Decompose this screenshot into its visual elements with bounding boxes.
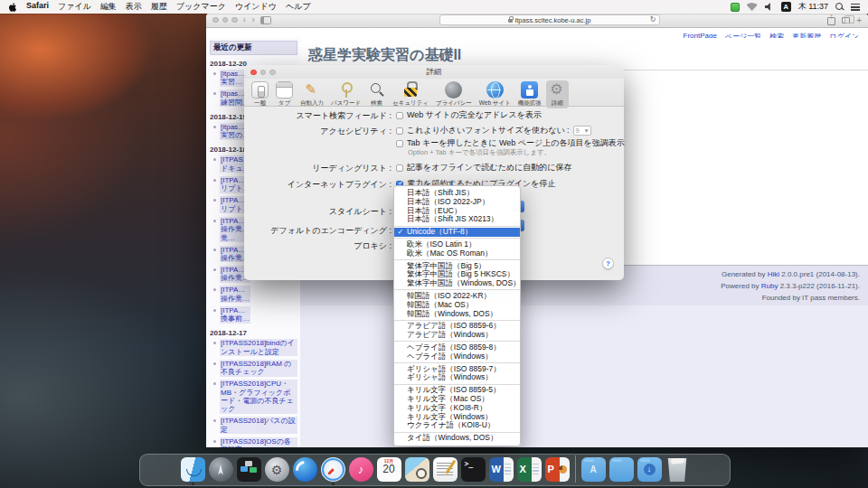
- encoding-menu-item[interactable]: アラビア語（Windows）: [394, 331, 520, 340]
- prefs-tab-passwords[interactable]: パスワード: [328, 80, 363, 108]
- encoding-menu-item[interactable]: ウクライナ語（KOI8-U）: [394, 421, 520, 430]
- documents-folder-icon[interactable]: [609, 457, 634, 482]
- sidebar-link-text[interactable]: [ITPASS2018]パスの設定: [220, 417, 297, 434]
- prefs-tab-websites[interactable]: Web サイト: [476, 80, 514, 108]
- menu-item[interactable]: ファイル: [58, 1, 91, 13]
- notification-center-icon[interactable]: [851, 4, 860, 11]
- menu-item[interactable]: 表示: [126, 1, 142, 13]
- encoding-menu-item[interactable]: 欧米（Mac OS Roman）: [394, 249, 520, 258]
- encoding-menu-item[interactable]: ヘブライ語（Windows）: [394, 352, 520, 361]
- apple-menu[interactable]: [8, 2, 17, 13]
- checkbox[interactable]: [396, 127, 403, 135]
- menu-item[interactable]: ブックマーク: [176, 1, 226, 13]
- sidebar-link[interactable]: [ITPA… 操作業…: [220, 286, 297, 304]
- new-tab-button[interactable]: +: [856, 15, 862, 25]
- sidebar-link-text[interactable]: [ITPASS2018]CPU・MB・グラフィックボード・電源の不良チェック: [220, 380, 297, 414]
- share-icon[interactable]: [827, 17, 835, 25]
- prefs-tab-advanced[interactable]: 詳細: [546, 80, 569, 108]
- sidebar-link-text[interactable]: [ITPASS2018]bindのインストールと設定: [220, 339, 297, 356]
- menu-item[interactable]: ヘルプ: [286, 1, 311, 13]
- ruby-link[interactable]: Ruby: [761, 282, 778, 290]
- mission-control-icon[interactable]: [237, 457, 261, 482]
- status-app-icon[interactable]: [731, 3, 740, 12]
- zoom-button[interactable]: [269, 70, 276, 76]
- close-button[interactable]: [250, 70, 257, 76]
- encoding-menu-item[interactable]: タイ語（Windows, DOS）: [394, 434, 520, 443]
- checkbox[interactable]: [396, 112, 403, 119]
- prefs-titlebar[interactable]: 詳細: [244, 65, 624, 79]
- forward-button[interactable]: ›: [251, 14, 255, 23]
- menu-bar-clock[interactable]: 木 11:37: [798, 1, 828, 13]
- finder-icon[interactable]: [181, 457, 205, 482]
- sidebar-link[interactable]: [ITPASS2018]RAM の不良チェック: [220, 360, 297, 378]
- help-button[interactable]: ?: [602, 258, 614, 269]
- sidebar-toggle-icon[interactable]: [260, 16, 271, 24]
- prefs-tab-autofill[interactable]: 自動入力: [297, 80, 326, 108]
- zoom-button[interactable]: [231, 17, 238, 23]
- reload-icon[interactable]: ↻: [650, 15, 656, 23]
- prefs-tab-privacy[interactable]: プライバシー: [433, 80, 475, 108]
- font-size-select[interactable]: 9 ▾: [573, 126, 591, 136]
- safari-icon[interactable]: [321, 457, 345, 482]
- sidebar-link-text[interactable]: [ITPASS2018]OSの各種設定: [220, 437, 297, 447]
- dock-item: [431, 454, 459, 485]
- checkbox[interactable]: [396, 164, 403, 172]
- textedit-icon[interactable]: [433, 457, 458, 482]
- prefs-tab-security[interactable]: セキュリティ: [390, 80, 431, 108]
- dock-item: A: [580, 454, 608, 485]
- applications-folder-icon[interactable]: A: [581, 457, 606, 482]
- itunes-icon[interactable]: ♪: [349, 457, 373, 482]
- launchpad-icon[interactable]: [209, 457, 233, 482]
- spotlight-icon[interactable]: [835, 3, 844, 11]
- minimize-button[interactable]: [260, 70, 267, 76]
- sidebar-link[interactable]: [ITPA… 換事前…: [220, 306, 297, 324]
- thunderbird-icon[interactable]: [293, 457, 317, 482]
- sidebar-link[interactable]: [ITPASS2018]OSの各種設定: [220, 437, 297, 447]
- close-button[interactable]: [212, 17, 219, 23]
- prefs-tab-icon: [486, 81, 504, 99]
- sidebar-link[interactable]: [ITPASS2018]CPU・MB・グラフィックボード・電源の不良チェック: [220, 380, 297, 415]
- input-source-icon[interactable]: A: [781, 2, 791, 12]
- trash-icon[interactable]: [665, 457, 690, 482]
- word-icon[interactable]: W: [489, 457, 514, 482]
- prefs-toolbar: 一般 タブ 自動入力 パスワード 検索: [244, 79, 624, 107]
- encoding-menu-item[interactable]: 日本語（Shift JIS X0213）: [394, 215, 520, 224]
- checkbox[interactable]: [396, 140, 403, 147]
- minimize-button[interactable]: [222, 17, 229, 23]
- calendar-icon[interactable]: 12月 20: [377, 457, 401, 482]
- prefs-tab-tabs[interactable]: タブ: [273, 80, 296, 108]
- encoding-menu-item[interactable]: ✓ Unicode（UTF-8）: [394, 228, 520, 237]
- sidebar-link-text[interactable]: [ITPA… 操作業…: [220, 286, 250, 303]
- dock-icon-glyph: 20: [377, 463, 401, 475]
- encoding-menu-item[interactable]: ギリシャ語（Windows）: [394, 373, 520, 382]
- dock-separator[interactable]: [575, 455, 576, 483]
- terminal-icon[interactable]: >_: [461, 457, 486, 482]
- volume-icon[interactable]: [765, 3, 774, 11]
- downloads-folder-icon[interactable]: ↓: [637, 457, 662, 482]
- tab-overview-icon[interactable]: [842, 17, 850, 23]
- menu-item[interactable]: 履歴: [151, 1, 167, 13]
- sidebar-link-text[interactable]: [itpas… 実習…: [220, 70, 246, 87]
- sidebar-link-text[interactable]: [ITPASS2018]RAM の不良チェック: [220, 360, 297, 377]
- encoding-menu-item[interactable]: 韓国語（Windows, DOS）: [394, 310, 520, 319]
- sidebar-link[interactable]: [ITPASS2018]bindのインストールと設定: [220, 339, 297, 357]
- prefs-tab-general[interactable]: 一般: [249, 80, 271, 108]
- powerpoint-icon[interactable]: P: [545, 457, 570, 482]
- menu-item[interactable]: 編集: [100, 1, 117, 13]
- prefs-tab-search[interactable]: 検索: [365, 80, 388, 108]
- menu-item[interactable]: Safari: [26, 1, 49, 13]
- encoding-menu-item[interactable]: 繁体字中国語（Windows, DOS）: [394, 279, 520, 288]
- prefs-tab-extensions[interactable]: 機能拡張: [515, 80, 544, 108]
- sidebar-link-text[interactable]: [ITPA… 換事前…: [220, 306, 250, 324]
- encoding-menu-item-label: Unicode（UTF-8）: [407, 227, 472, 236]
- address-bar[interactable]: itpass.scitec.kobe-u.ac.jp ↻: [439, 14, 660, 25]
- preview-icon[interactable]: [405, 457, 429, 482]
- sidebar-header[interactable]: 最近の更新: [210, 41, 297, 55]
- excel-icon[interactable]: X: [517, 457, 542, 482]
- hiki-link[interactable]: Hiki: [768, 270, 779, 278]
- system-preferences-icon[interactable]: ⚙: [265, 457, 289, 482]
- sidebar-link[interactable]: [ITPASS2018]パスの設定: [220, 417, 297, 435]
- menu-item[interactable]: ウインドウ: [235, 1, 277, 13]
- wifi-icon[interactable]: [747, 3, 758, 11]
- back-button[interactable]: ‹: [243, 14, 247, 23]
